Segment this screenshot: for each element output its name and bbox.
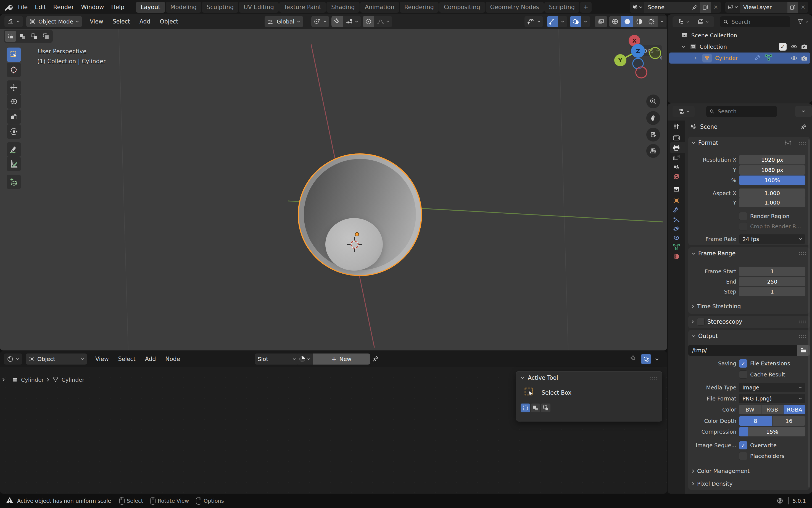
outliner-display-mode-dropdown[interactable]: [692, 16, 714, 27]
path-data-name[interactable]: Cylinder: [61, 376, 85, 383]
tab-compositing[interactable]: Compositing: [439, 2, 485, 13]
resolution-x-field[interactable]: 1920 px: [739, 155, 805, 164]
outliner-search[interactable]: [720, 16, 790, 27]
depth-8-button[interactable]: 8: [739, 416, 772, 426]
properties-type-dropdown[interactable]: [672, 106, 695, 117]
menu-render[interactable]: Render: [50, 4, 78, 10]
tab-collection[interactable]: [670, 184, 683, 195]
zoom-button[interactable]: [646, 94, 660, 108]
outliner-search-input[interactable]: [731, 18, 787, 26]
properties-options-dropdown[interactable]: [795, 106, 812, 117]
frame-end-field[interactable]: 250: [739, 277, 805, 286]
mode-subtract-button[interactable]: [541, 404, 551, 412]
color-bw-button[interactable]: BW: [739, 405, 761, 414]
view-layer-name[interactable]: ViewLayer: [740, 4, 775, 10]
remove-view-layer-button[interactable]: ✕: [798, 2, 808, 13]
tool-scale[interactable]: [7, 110, 21, 124]
color-management-header[interactable]: Color Management: [692, 468, 750, 474]
cache-result-checkbox[interactable]: [739, 370, 747, 379]
render-region-checkbox[interactable]: [739, 212, 747, 220]
select-mode-intersect[interactable]: [41, 31, 52, 42]
xray-toggle[interactable]: [594, 16, 607, 27]
menu-edit[interactable]: Edit: [31, 4, 50, 10]
viewport-menu-view[interactable]: View: [89, 18, 104, 25]
color-rgb-button[interactable]: RGB: [761, 405, 783, 414]
network-offline-icon[interactable]: [776, 497, 784, 504]
shading-material-button[interactable]: [633, 16, 646, 27]
viewport-menu-select[interactable]: Select: [111, 18, 131, 25]
node-overlays-toggle[interactable]: [641, 354, 651, 364]
mode-dropdown[interactable]: Object Mode: [26, 16, 82, 27]
snap-settings-dropdown[interactable]: [343, 16, 361, 27]
select-box-tool-icon[interactable]: [523, 386, 536, 399]
output-path-field[interactable]: /tmp/: [688, 345, 797, 356]
outliner-row-collection[interactable]: Collection ✓: [669, 41, 810, 52]
tool-rotate[interactable]: [7, 94, 21, 109]
node-menu-select[interactable]: Select: [117, 356, 137, 362]
panel-grip[interactable]: [799, 334, 807, 338]
stereoscopy-panel-header[interactable]: Stereoscopy: [688, 315, 810, 328]
tab-animation[interactable]: Animation: [360, 2, 399, 13]
scene-name[interactable]: Scene: [644, 4, 668, 10]
outliner-type-dropdown[interactable]: [672, 16, 695, 27]
tab-rendering[interactable]: Rendering: [400, 2, 439, 13]
hide-collection-icon[interactable]: [791, 44, 798, 49]
placeholders-checkbox[interactable]: [739, 452, 747, 460]
slot-dropdown[interactable]: Slot: [255, 353, 299, 365]
tab-modeling[interactable]: Modeling: [166, 2, 202, 13]
node-menu-view[interactable]: View: [94, 356, 110, 362]
format-presets-icon[interactable]: [784, 141, 794, 145]
mode-extend-button[interactable]: [531, 404, 540, 412]
pin-scene-icon[interactable]: [692, 4, 698, 10]
tool-annotate[interactable]: [7, 142, 21, 157]
shading-dropdown[interactable]: [658, 16, 666, 27]
panel-grip[interactable]: [799, 141, 807, 145]
shading-rendered-button[interactable]: [646, 16, 658, 27]
cylinder-object[interactable]: [298, 154, 422, 276]
aspect-y-field[interactable]: 1.000: [739, 198, 805, 207]
node-editor-type-dropdown[interactable]: [4, 353, 22, 365]
node-snapping-icon[interactable]: [630, 355, 637, 362]
panel-grip[interactable]: [650, 376, 658, 380]
tool-add-primitive[interactable]: [7, 175, 21, 189]
overlays-dropdown[interactable]: [581, 16, 590, 27]
pan-button[interactable]: [646, 111, 660, 125]
resolution-scale-slider[interactable]: 100%: [739, 175, 805, 185]
scene-type-dropdown[interactable]: [630, 2, 644, 13]
depth-16-button[interactable]: 16: [772, 416, 805, 426]
node-overlays-dropdown[interactable]: [655, 358, 659, 361]
menu-file[interactable]: File: [14, 4, 31, 10]
properties-scrollbar[interactable]: [808, 139, 810, 488]
overwrite-checkbox[interactable]: ✓: [739, 441, 747, 450]
compression-slider[interactable]: 15%: [739, 427, 805, 436]
show-gizmo-toggle[interactable]: [547, 16, 558, 27]
tab-object-data[interactable]: [670, 242, 683, 252]
blender-logo-icon[interactable]: [4, 3, 14, 11]
crop-to-render-checkbox[interactable]: [739, 222, 747, 230]
editor-type-dropdown[interactable]: [4, 16, 23, 27]
frame-step-field[interactable]: 1: [739, 287, 805, 296]
outliner-filter-dropdown[interactable]: [791, 16, 812, 27]
outliner-row-cylinder[interactable]: Cylinder: [669, 52, 810, 64]
grid-view-button[interactable]: [646, 144, 660, 158]
tab-render[interactable]: [670, 133, 683, 143]
snap-toggle[interactable]: [331, 16, 343, 27]
select-mode-subtract[interactable]: [29, 31, 40, 42]
tab-geometry-nodes[interactable]: Geometry Nodes: [485, 2, 544, 13]
hide-object-icon[interactable]: [791, 55, 798, 61]
frame-start-field[interactable]: 1: [739, 267, 805, 276]
tool-measure[interactable]: [7, 157, 21, 171]
gizmos-dropdown[interactable]: [558, 16, 567, 27]
camera-view-button[interactable]: [646, 128, 660, 141]
tool-transform[interactable]: [7, 124, 21, 139]
stereoscopy-checkbox[interactable]: [697, 318, 705, 326]
new-view-layer-button[interactable]: [787, 2, 798, 13]
path-expand-icon[interactable]: [2, 378, 5, 382]
navigation-gizmo[interactable]: X Y Z: [605, 30, 666, 80]
file-extensions-checkbox[interactable]: ✓: [739, 359, 747, 368]
pivot-point-dropdown[interactable]: [311, 16, 329, 27]
select-mode-new[interactable]: [5, 31, 16, 42]
node-menu-add[interactable]: Add: [144, 356, 157, 362]
color-rgba-button[interactable]: RGBA: [783, 405, 805, 414]
proportional-editing-toggle[interactable]: [363, 16, 374, 27]
